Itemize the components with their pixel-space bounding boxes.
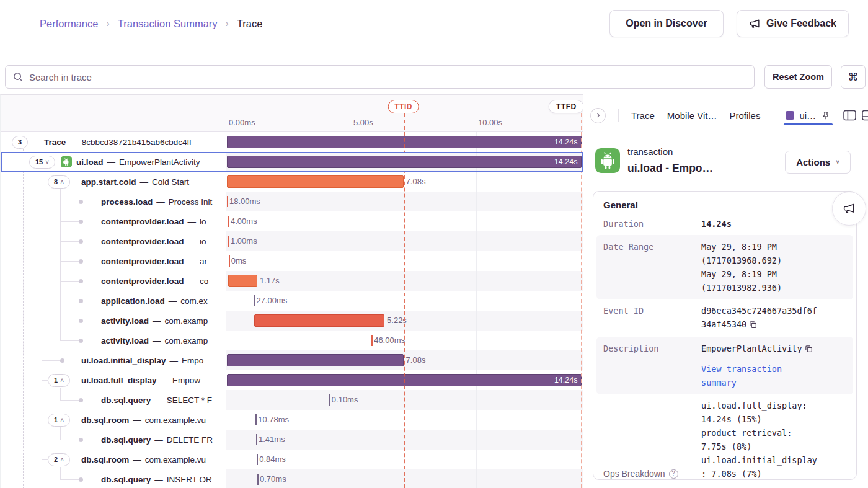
trace-row-bar-cell[interactable]: 10.78ms bbox=[226, 410, 583, 430]
span-tick[interactable] bbox=[228, 216, 229, 227]
trace-row-tree-cell[interactable]: db.sql.query—INSERT OR bbox=[1, 469, 226, 488]
trace-row-tree-cell[interactable]: process.load—Process Init bbox=[1, 192, 226, 211]
breadcrumb-item-performance[interactable]: Performance bbox=[40, 18, 98, 30]
trace-row-tree-cell[interactable]: 1˄db.sql.room—com.example.vu bbox=[1, 410, 226, 430]
span-bar[interactable] bbox=[254, 314, 384, 327]
span-bar[interactable] bbox=[227, 175, 404, 188]
trace-row-tree-cell[interactable]: ui.load.initial_display—Empo bbox=[1, 350, 226, 370]
span-tick[interactable] bbox=[329, 394, 330, 406]
tab-mobile-vit[interactable]: Mobile Vit… bbox=[667, 110, 717, 121]
span-tick[interactable] bbox=[257, 454, 258, 465]
row-count-pill[interactable]: 3 bbox=[12, 136, 28, 149]
trace-row-bar-cell[interactable]: 4.00ms bbox=[226, 211, 583, 231]
row-count-pill[interactable]: 15˅ bbox=[29, 156, 55, 169]
floating-feedback-button[interactable] bbox=[832, 192, 866, 226]
trace-row[interactable]: 3Trace—8cbbcd38721b415ab6cbdc4ff14.24s bbox=[1, 132, 583, 152]
trace-row[interactable]: contentprovider.load—io4.00ms bbox=[1, 211, 583, 231]
span-bar[interactable] bbox=[228, 275, 257, 287]
ttfd-badge[interactable]: TTFD bbox=[549, 100, 583, 113]
reset-zoom-button[interactable]: Reset Zoom bbox=[764, 65, 832, 89]
row-count-pill[interactable]: 2˄ bbox=[48, 453, 70, 466]
trace-row[interactable]: contentprovider.load—io1.00ms bbox=[1, 231, 583, 251]
shortcut-command-button[interactable]: ⌘ bbox=[841, 65, 866, 89]
give-feedback-button[interactable]: Give Feedback bbox=[737, 10, 849, 37]
trace-row[interactable]: 15˅ui.load—EmpowerPlantActivity14.24s bbox=[1, 152, 583, 172]
span-tick[interactable] bbox=[227, 196, 228, 207]
trace-row[interactable]: db.sql.query—DELETE FR1.41ms bbox=[1, 430, 583, 450]
span-tick[interactable] bbox=[229, 255, 230, 267]
trace-row[interactable]: 1˄ui.load.full_display—Empow14.24s bbox=[1, 370, 583, 390]
trace-row-tree-cell[interactable]: contentprovider.load—io bbox=[1, 211, 226, 231]
span-bar[interactable]: 14.24s bbox=[227, 136, 582, 148]
trace-row[interactable]: 2˄db.sql.room—com.example.vu0.84ms bbox=[1, 450, 583, 469]
trace-row-tree-cell[interactable]: 3Trace—8cbbcd38721b415ab6cbdc4ff bbox=[1, 132, 226, 152]
copy-icon[interactable] bbox=[805, 343, 813, 357]
span-tick[interactable] bbox=[228, 236, 229, 247]
span-tick[interactable] bbox=[254, 295, 255, 306]
trace-row-tree-cell[interactable]: 2˄db.sql.room—com.example.vu bbox=[1, 450, 226, 469]
trace-row-tree-cell[interactable]: activity.load—com.examp bbox=[1, 331, 226, 350]
search-input[interactable] bbox=[5, 65, 755, 89]
trace-row-bar-cell[interactable]: 18.00ms bbox=[226, 192, 583, 211]
trace-row-bar-cell[interactable]: 14.24s bbox=[226, 370, 583, 390]
trace-row-tree-cell[interactable]: contentprovider.load—co bbox=[1, 271, 226, 291]
trace-row-bar-cell[interactable]: 27.00ms bbox=[226, 291, 583, 311]
trace-row[interactable]: activity.load—com.examp46.00ms bbox=[1, 331, 583, 350]
tab-profiles[interactable]: Profiles bbox=[729, 110, 760, 121]
span-tick[interactable] bbox=[257, 474, 259, 485]
trace-row[interactable]: db.sql.query—SELECT * F0.10ms bbox=[1, 390, 583, 410]
trace-row[interactable]: contentprovider.load—ar0ms bbox=[1, 251, 583, 271]
trace-row-bar-cell[interactable]: 46.00ms bbox=[226, 331, 583, 350]
trace-row-tree-cell[interactable]: db.sql.query—DELETE FR bbox=[1, 430, 226, 450]
tab-trace[interactable]: Trace bbox=[631, 110, 655, 121]
trace-row-bar-cell[interactable]: 1.41ms bbox=[226, 430, 583, 450]
trace-row-tree-cell[interactable]: contentprovider.load—io bbox=[1, 231, 226, 251]
trace-row[interactable]: ui.load.initial_display—Empo7.08s bbox=[1, 350, 583, 370]
ttid-badge[interactable]: TTID bbox=[388, 100, 419, 113]
view-transaction-summary-link[interactable]: View transaction summary bbox=[701, 362, 819, 389]
span-tick[interactable] bbox=[371, 335, 373, 346]
row-count-pill[interactable]: 1˄ bbox=[48, 414, 70, 427]
trace-row[interactable]: 8˄app.start.cold—Cold Start7.08s bbox=[1, 172, 583, 192]
trace-row[interactable]: process.load—Process Init18.00ms bbox=[1, 192, 583, 211]
trace-row[interactable]: activity.load—com.examp5.22s bbox=[1, 311, 583, 331]
row-count-pill[interactable]: 1˄ bbox=[48, 374, 70, 387]
layout-left-panel-icon[interactable] bbox=[843, 110, 856, 121]
actions-button[interactable]: Actions ˅ bbox=[785, 151, 851, 174]
trace-row-bar-cell[interactable]: 1.00ms bbox=[226, 231, 583, 251]
help-icon[interactable]: ? bbox=[669, 469, 678, 479]
trace-row-tree-cell[interactable]: 8˄app.start.cold—Cold Start bbox=[1, 172, 226, 192]
trace-row-tree-cell[interactable]: 15˅ui.load—EmpowerPlantActivity bbox=[1, 152, 226, 172]
trace-row-bar-cell[interactable]: 14.24s bbox=[226, 152, 583, 172]
trace-row-tree-cell[interactable]: activity.load—com.examp bbox=[1, 311, 226, 331]
trace-row-tree-cell[interactable]: db.sql.query—SELECT * F bbox=[1, 390, 226, 410]
span-bar[interactable] bbox=[227, 354, 404, 366]
trace-row-tree-cell[interactable]: 1˄ui.load.full_display—Empow bbox=[1, 370, 226, 390]
trace-row-bar-cell[interactable]: 5.22s bbox=[226, 311, 583, 331]
trace-row-tree-cell[interactable]: application.load—com.ex bbox=[1, 291, 226, 311]
tab-active-transaction[interactable]: ui… bbox=[786, 110, 831, 121]
breadcrumb-item-transaction-summary[interactable]: Transaction Summary bbox=[118, 18, 218, 30]
span-bar[interactable]: 14.24s bbox=[227, 156, 582, 168]
collapse-panel-button[interactable] bbox=[590, 108, 606, 123]
trace-row[interactable]: db.sql.query—INSERT OR0.70ms bbox=[1, 469, 583, 488]
trace-row[interactable]: application.load—com.ex27.00ms bbox=[1, 291, 583, 311]
layout-bottom-panel-icon[interactable] bbox=[862, 110, 868, 121]
trace-row-bar-cell[interactable]: 0.70ms bbox=[226, 469, 583, 488]
trace-row-bar-cell[interactable]: 14.24s bbox=[226, 132, 583, 152]
trace-row-bar-cell[interactable]: 0ms bbox=[226, 251, 583, 271]
trace-row[interactable]: 1˄db.sql.room—com.example.vu10.78ms bbox=[1, 410, 583, 430]
trace-row-bar-cell[interactable]: 0.84ms bbox=[226, 450, 583, 469]
span-tick[interactable] bbox=[255, 414, 257, 425]
span-tick[interactable] bbox=[256, 434, 257, 445]
row-count-pill[interactable]: 8˄ bbox=[48, 175, 70, 189]
trace-row-bar-cell[interactable]: 1.17s bbox=[226, 271, 583, 291]
trace-row[interactable]: contentprovider.load—co1.17s bbox=[1, 271, 583, 291]
span-bar[interactable]: 14.24s bbox=[227, 374, 582, 386]
open-in-discover-button[interactable]: Open in Discover bbox=[609, 10, 724, 37]
trace-row-bar-cell[interactable]: 0.10ms bbox=[226, 390, 583, 410]
trace-row-bar-cell[interactable]: 7.08s bbox=[226, 172, 583, 192]
copy-icon[interactable] bbox=[749, 319, 757, 332]
trace-row-tree-cell[interactable]: contentprovider.load—ar bbox=[1, 251, 226, 271]
trace-row-bar-cell[interactable]: 7.08s bbox=[226, 350, 583, 370]
